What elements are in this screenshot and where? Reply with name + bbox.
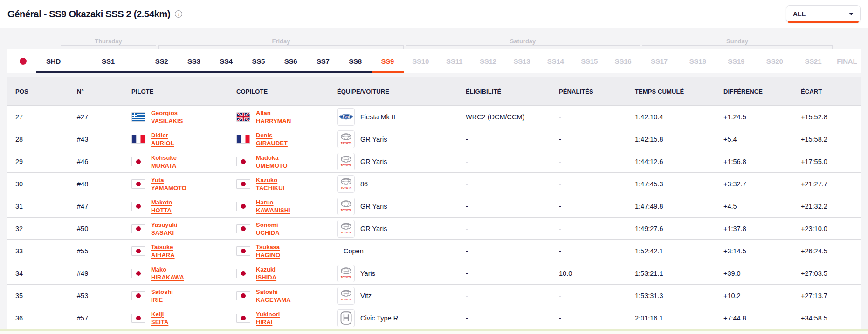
- stage-tab-ss11[interactable]: SS11: [437, 49, 471, 73]
- copilot-last-name: HARRYMAN: [256, 117, 291, 125]
- cumulative-time-cell: 1:42:10.4: [627, 106, 715, 128]
- pilot-link[interactable]: Makoto HOTTA: [151, 198, 172, 214]
- pilot-link[interactable]: Yasuyuki SASAKI: [151, 221, 177, 237]
- eligibility-cell: -: [457, 240, 551, 262]
- stage-tab-final[interactable]: FINAL: [833, 49, 861, 73]
- copilot-flag-icon: [236, 314, 250, 323]
- cumulative-time-cell: 1:52:42.1: [627, 240, 715, 262]
- stage-tab-ss14[interactable]: SS14: [539, 49, 572, 73]
- pilot-link[interactable]: Didier AURIOL: [151, 131, 174, 147]
- column-header: DIFFÉRENCE: [715, 77, 792, 105]
- day-group-saturday: Saturday: [406, 45, 640, 49]
- column-header: ÉQUIPE/VOITURE: [329, 77, 457, 105]
- stage-filter-dropdown[interactable]: ALL: [786, 5, 861, 23]
- pilot-first-name: Yasuyuki: [151, 221, 177, 229]
- table-body: 27 #27 Georgios VASILAKIS Allan HARRYMAN…: [7, 105, 861, 329]
- column-header: PÉNALITÉS: [551, 77, 627, 105]
- pilot-last-name: IRIE: [151, 296, 173, 304]
- stage-tab-shd[interactable]: SHD: [36, 49, 71, 73]
- pilot-link[interactable]: Taisuke AIHARA: [151, 243, 175, 259]
- stage-tab-ss8[interactable]: SS8: [339, 49, 372, 73]
- copilot-link[interactable]: Denis GIRAUDET: [256, 131, 288, 147]
- svg-text:TOYOTA: TOYOTA: [340, 142, 351, 144]
- day-brackets-row: Thursday Friday Saturday Sunday: [0, 28, 868, 49]
- copilot-link[interactable]: Kazuki ISHIDA: [256, 266, 276, 281]
- copilot-link[interactable]: Kazuko TACHIKUI: [256, 176, 284, 192]
- pilot-link[interactable]: Georgios VASILAKIS: [151, 109, 183, 125]
- stage-tab-ss9[interactable]: SS9: [372, 49, 404, 73]
- pilot-cell: Satoshi IRIE: [123, 285, 228, 307]
- stage-tab-ss16[interactable]: SS16: [606, 49, 640, 73]
- position-cell: 32: [7, 218, 69, 239]
- copilot-link[interactable]: Yukinori HIRAI: [256, 310, 280, 326]
- copilot-link[interactable]: Allan HARRYMAN: [256, 109, 291, 125]
- stage-tab-ss21[interactable]: SS21: [794, 49, 833, 73]
- car-cell: Ford Fiesta Mk II: [329, 106, 457, 128]
- penalties-cell: -: [551, 128, 627, 150]
- pilot-last-name: HIRAKAWA: [151, 273, 184, 281]
- stage-tab-ss18[interactable]: SS18: [678, 49, 717, 73]
- column-header: N°: [69, 77, 123, 105]
- pilot-link[interactable]: Kohsuke MURATA: [151, 154, 177, 170]
- stage-tab-ss4[interactable]: SS4: [210, 49, 242, 73]
- car-logo-icon: [337, 309, 355, 327]
- pilot-link[interactable]: Yuta YAMAMOTO: [151, 176, 186, 192]
- pilot-cell: Taisuke AIHARA: [123, 240, 228, 262]
- cumulative-time-cell: 1:47:49.8: [627, 195, 715, 217]
- copilot-link[interactable]: Tsukasa HAGINO: [256, 243, 280, 259]
- copilot-cell: Kazuki ISHIDA: [228, 262, 329, 284]
- cumulative-time-cell: 1:49:27.6: [627, 218, 715, 239]
- position-cell: 27: [7, 106, 69, 128]
- car-number-cell: #55: [69, 240, 123, 262]
- stage-tab-ss15[interactable]: SS15: [572, 49, 606, 73]
- day-label: Thursday: [61, 38, 156, 45]
- svg-text:TOYOTA: TOYOTA: [340, 298, 351, 301]
- day-group-thursday: Thursday: [61, 45, 156, 49]
- eligibility-cell: -: [457, 195, 551, 217]
- svg-text:TOYOTA: TOYOTA: [340, 231, 351, 234]
- stage-tab-ss3[interactable]: SS3: [178, 49, 210, 73]
- pilot-link[interactable]: Mako HIRAKAWA: [151, 266, 184, 281]
- stage-tab-ss1[interactable]: SS1: [71, 49, 145, 73]
- copilot-link[interactable]: Sonomi UCHIDA: [256, 221, 280, 237]
- car-cell: Civic Type R: [329, 307, 457, 329]
- gap-cell: +27:03.5: [792, 262, 861, 284]
- table-row: 34 #49 Mako HIRAKAWA Kazuki ISHIDA TOYOT…: [7, 262, 861, 284]
- pilot-link[interactable]: Satoshi IRIE: [151, 288, 173, 304]
- stage-tab-ss13[interactable]: SS13: [505, 49, 538, 73]
- copilot-link[interactable]: Satoshi KAGEYAMA: [256, 288, 291, 304]
- pilot-last-name: VASILAKIS: [151, 117, 183, 125]
- pilot-cell: Georgios VASILAKIS: [123, 106, 228, 128]
- stage-tab-ss20[interactable]: SS20: [756, 49, 794, 73]
- difference-cell: +1:56.8: [715, 150, 792, 172]
- stage-tab-ss17[interactable]: SS17: [640, 49, 679, 73]
- info-icon[interactable]: i: [175, 10, 182, 18]
- column-header: POS: [7, 77, 69, 105]
- cumulative-time-cell: 1:44:12.6: [627, 150, 715, 172]
- stage-tab-ss7[interactable]: SS7: [307, 49, 339, 73]
- page-header: Général - SS9 Okazaki SSS 2 (2.54km) i A…: [0, 0, 868, 28]
- eligibility-cell: -: [457, 307, 551, 329]
- day-label: Saturday: [406, 38, 640, 45]
- car-logo-icon: TOYOTA: [337, 198, 355, 215]
- car-model: Fiesta Mk II: [360, 113, 395, 121]
- stage-tab-ss10[interactable]: SS10: [404, 49, 437, 73]
- stage-tab-ss2[interactable]: SS2: [145, 49, 178, 73]
- copilot-link[interactable]: Haruo KAWANISHI: [256, 198, 290, 214]
- stage-tab-ss12[interactable]: SS12: [471, 49, 505, 73]
- pilot-first-name: Didier: [151, 131, 174, 139]
- stage-tab-ss6[interactable]: SS6: [275, 49, 307, 73]
- copilot-first-name: Sonomi: [256, 221, 280, 229]
- column-header: COPILOTE: [228, 77, 329, 105]
- stage-tab-ss5[interactable]: SS5: [242, 49, 275, 73]
- car-cell: TOYOTA GR Yaris: [329, 150, 457, 172]
- penalties-cell: -: [551, 218, 627, 239]
- copilot-first-name: Denis: [256, 131, 288, 139]
- stage-tab-ss19[interactable]: SS19: [717, 49, 756, 73]
- pilot-link[interactable]: Keiji SEITA: [151, 310, 168, 326]
- copilot-link[interactable]: Madoka UMEMOTO: [256, 154, 288, 170]
- table-row: 35 #53 Satoshi IRIE Satoshi KAGEYAMA TOY…: [7, 284, 861, 307]
- copilot-cell: Tsukasa HAGINO: [228, 240, 329, 262]
- car-number-cell: #47: [69, 195, 123, 217]
- car-number-cell: #49: [69, 262, 123, 284]
